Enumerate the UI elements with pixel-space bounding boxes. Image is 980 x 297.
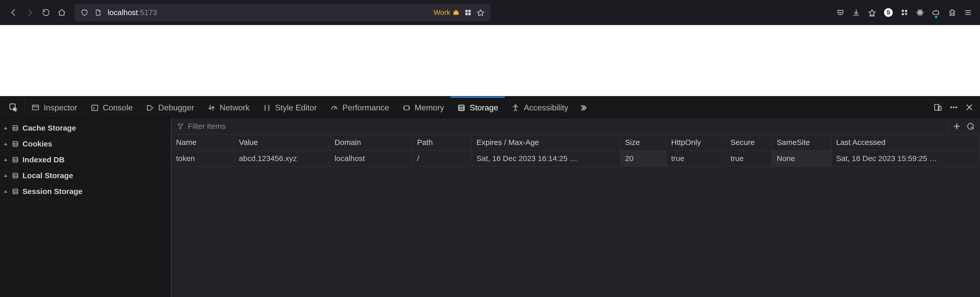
cell-size[interactable]: 20 xyxy=(620,150,667,167)
react-devtools-icon[interactable] xyxy=(916,9,924,16)
extensions-icon[interactable] xyxy=(948,9,956,16)
tab-memory[interactable]: Memory xyxy=(396,97,451,118)
devtools-tabbar: Inspector Console Debugger Network Style… xyxy=(0,97,980,118)
cell-value[interactable]: abcd.123456.xyz xyxy=(234,150,330,167)
tab-label: Debugger xyxy=(158,103,194,112)
svg-rect-11 xyxy=(902,13,904,15)
svg-rect-2 xyxy=(466,10,468,12)
col-path[interactable]: Path xyxy=(412,134,472,150)
col-last_accessed[interactable]: Last Accessed xyxy=(832,134,980,150)
container-badge[interactable]: Work xyxy=(434,8,460,17)
tab-label: Network xyxy=(220,103,250,112)
col-domain[interactable]: Domain xyxy=(330,134,412,150)
col-secure[interactable]: Secure xyxy=(726,134,772,150)
col-size[interactable]: Size xyxy=(620,134,667,150)
sidebar-item-label: Cache Storage xyxy=(22,124,76,133)
sidebar-item-indexed-db[interactable]: Indexed DB xyxy=(0,152,171,168)
reload-button[interactable] xyxy=(42,8,50,17)
filter-actions xyxy=(947,118,980,134)
bookmarks-toolbar-icon[interactable] xyxy=(868,9,876,16)
address-right-group: Work xyxy=(434,8,484,17)
tab-label: Accessibility xyxy=(524,103,568,112)
sidebar-item-local-storage[interactable]: Local Storage xyxy=(0,168,171,184)
table-row[interactable]: tokenabcd.123456.xyzlocalhost/Sat, 16 De… xyxy=(172,150,980,167)
home-button[interactable] xyxy=(58,8,66,17)
storage-item-icon xyxy=(12,156,19,163)
col-name[interactable]: Name xyxy=(172,134,234,150)
shield-icon[interactable] xyxy=(81,9,88,16)
kebab-menu-icon[interactable] xyxy=(950,103,958,112)
tab-storage[interactable]: Storage xyxy=(451,97,505,118)
downloads-icon[interactable] xyxy=(853,9,860,16)
tab-accessibility[interactable]: Accessibility xyxy=(505,97,575,118)
close-devtools-icon[interactable] xyxy=(965,103,974,112)
svg-point-38 xyxy=(950,106,952,108)
sidebar-item-cookies[interactable]: Cookies xyxy=(0,136,171,152)
svg-rect-22 xyxy=(32,105,38,110)
col-value[interactable]: Value xyxy=(234,134,330,150)
tab-overflow[interactable] xyxy=(575,97,592,118)
element-picker-button[interactable] xyxy=(2,100,25,115)
svg-rect-0 xyxy=(453,11,458,15)
sidebar-item-label: Session Storage xyxy=(22,187,83,196)
svg-rect-9 xyxy=(902,10,904,12)
svg-rect-32 xyxy=(459,105,464,110)
grid-view-icon[interactable] xyxy=(465,9,472,16)
app-menu-icon[interactable] xyxy=(964,9,972,16)
svg-rect-3 xyxy=(468,10,471,12)
chevron-right-icon xyxy=(3,141,8,147)
star-bookmark-icon[interactable] xyxy=(477,9,484,16)
cell-path[interactable]: / xyxy=(412,150,472,167)
address-host: localhost xyxy=(108,8,138,17)
col-samesite[interactable]: SameSite xyxy=(772,134,832,150)
sidebar-item-label: Indexed DB xyxy=(22,155,65,164)
address-bar[interactable]: localhost:5173 Work xyxy=(75,4,490,21)
add-item-button[interactable] xyxy=(953,123,961,130)
tab-debugger[interactable]: Debugger xyxy=(139,97,201,118)
cell-secure[interactable]: true xyxy=(726,150,772,167)
cell-name[interactable]: token xyxy=(172,150,234,167)
svg-marker-59 xyxy=(4,190,7,193)
devtools-right-controls xyxy=(929,103,978,112)
tab-performance[interactable]: Performance xyxy=(324,97,396,118)
tab-style-editor[interactable]: Style Editor xyxy=(256,97,324,118)
pocket-icon[interactable] xyxy=(837,9,844,16)
storage-table: NameValueDomainPathExpires / Max-AgeSize… xyxy=(172,134,980,167)
tab-label: Performance xyxy=(342,103,389,112)
cell-last_accessed[interactable]: Sat, 16 Dec 2023 15:59:25 … xyxy=(832,150,980,167)
svg-rect-52 xyxy=(13,157,18,162)
chevron-right-icon xyxy=(3,157,8,162)
responsive-mode-icon[interactable] xyxy=(934,103,942,112)
filter-input[interactable] xyxy=(188,122,942,131)
tab-inspector[interactable]: Inspector xyxy=(25,97,84,118)
cell-samesite[interactable]: None xyxy=(772,150,832,167)
svg-point-40 xyxy=(956,106,957,108)
svg-marker-47 xyxy=(4,143,7,145)
sidebar-item-session-storage[interactable]: Session Storage xyxy=(0,184,171,200)
address-port: :5173 xyxy=(138,8,157,17)
refresh-button[interactable] xyxy=(967,123,974,130)
forward-button[interactable] xyxy=(25,8,34,17)
storage-item-icon xyxy=(12,141,19,147)
address-security-icons xyxy=(81,9,102,16)
col-httponly[interactable]: HttpOnly xyxy=(667,134,726,150)
cell-httponly[interactable]: true xyxy=(667,150,726,167)
cloud-icon[interactable] xyxy=(932,8,940,17)
tab-console[interactable]: Console xyxy=(84,97,139,118)
svg-rect-4 xyxy=(466,13,468,15)
page-icon[interactable] xyxy=(94,9,102,16)
table-header-row: NameValueDomainPathExpires / Max-AgeSize… xyxy=(172,134,980,150)
add-ons-icon[interactable] xyxy=(901,9,908,16)
tab-network[interactable]: Network xyxy=(201,97,256,118)
profile-s-icon[interactable]: S xyxy=(884,8,893,17)
svg-point-35 xyxy=(515,105,516,106)
page-viewport xyxy=(0,25,980,96)
col-expires[interactable]: Expires / Max-Age xyxy=(472,134,620,150)
sidebar-item-cache-storage[interactable]: Cache Storage xyxy=(0,120,171,136)
back-button[interactable] xyxy=(9,8,18,17)
filter-box[interactable] xyxy=(172,122,947,131)
address-text: localhost:5173 xyxy=(108,8,428,17)
cell-domain[interactable]: localhost xyxy=(330,150,412,167)
chevron-right-icon xyxy=(3,173,8,178)
cell-expires[interactable]: Sat, 16 Dec 2023 16:14:25 … xyxy=(472,150,620,167)
